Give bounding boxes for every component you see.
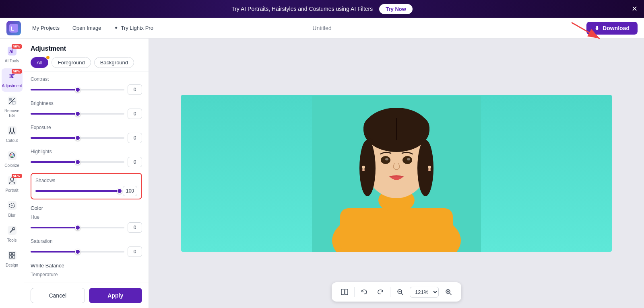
highlights-value: 0 (128, 157, 142, 167)
shadows-value: 100 (123, 186, 137, 196)
brightness-track[interactable] (31, 113, 124, 115)
temperature-label: Temperature (31, 272, 142, 277)
logo: L (6, 21, 21, 35)
svg-rect-13 (8, 126, 17, 135)
contrast-label: Contrast (31, 76, 142, 82)
zoom-select[interactable]: 50% 75% 100% 121% 150% 200% (410, 287, 439, 298)
highlights-slider-container: 0 (31, 157, 142, 167)
remove-bg-label: Remove BG (3, 109, 21, 118)
sidebar-item-adjustment[interactable]: NEW Adjustment (2, 68, 23, 92)
svg-text:L: L (11, 25, 14, 32)
brightness-slider-container: 0 (31, 109, 142, 119)
svg-rect-51 (345, 289, 348, 295)
svg-point-18 (11, 156, 13, 157)
banner-text: Try AI Portraits, Hairstyles and Costume… (231, 6, 373, 12)
split-view-button[interactable] (338, 285, 351, 298)
ai-tools-label: AI Tools (5, 59, 19, 64)
shadows-slider-container: 100 (35, 186, 137, 196)
cancel-button[interactable]: Cancel (31, 288, 85, 303)
design-label: Design (6, 263, 18, 268)
sidebar-item-colorize[interactable]: Colorize (2, 148, 23, 171)
sidebar-item-tools[interactable]: Tools (2, 223, 23, 246)
header-nav: My Projects Open Image ✦ Try Lightx Pro (27, 23, 158, 33)
highlights-label: Highlights (31, 149, 142, 154)
shadows-section: Shadows 100 (31, 173, 142, 199)
sidebar-item-ai-tools[interactable]: NEW ai AI Tools (2, 43, 23, 67)
saturation-track[interactable] (31, 251, 124, 253)
panel-header: Adjustment All Foreground Background (24, 39, 149, 72)
svg-point-42 (381, 156, 390, 164)
sidebar-icons: NEW ai AI Tools NEW Adjustment Remove BG (0, 39, 24, 308)
svg-point-7 (12, 74, 14, 76)
sidebar-item-blur[interactable]: Blur (2, 198, 23, 221)
open-image-link[interactable]: Open Image (68, 23, 106, 33)
svg-point-39 (417, 140, 433, 196)
contrast-row: Contrast 0 (31, 76, 142, 95)
try-pro-link[interactable]: ✦ Try Lightx Pro (109, 23, 158, 33)
contrast-track[interactable] (31, 89, 124, 90)
try-now-button[interactable]: Try Now (379, 4, 413, 14)
cutout-label: Cutout (6, 138, 18, 143)
tab-background[interactable]: Background (94, 57, 134, 68)
sidebar-item-design[interactable]: Design (2, 248, 23, 271)
blur-label: Blur (8, 213, 16, 218)
white-balance-label: White Balance (31, 263, 142, 269)
highlights-row: Highlights 0 (31, 149, 142, 167)
hue-slider-container: 0 (31, 222, 142, 233)
highlights-track[interactable] (31, 161, 124, 163)
saturation-row: Saturation 0 (31, 238, 142, 257)
shadows-track[interactable] (35, 190, 120, 192)
tab-all[interactable]: All (31, 57, 48, 68)
zoom-out-button[interactable] (394, 285, 407, 298)
svg-point-38 (359, 140, 376, 196)
zoom-in-button[interactable] (442, 285, 455, 298)
main-layout: NEW ai AI Tools NEW Adjustment Remove BG (0, 39, 644, 308)
brightness-row: Brightness 0 (31, 101, 142, 119)
svg-point-43 (402, 156, 412, 164)
adjustment-panel: Adjustment All Foreground Background Con… (24, 39, 149, 308)
svg-point-16 (10, 154, 12, 156)
remove-bg-icon (8, 97, 17, 107)
new-badge-portrait: NEW (12, 174, 22, 178)
saturation-slider-container: 0 (31, 246, 142, 257)
my-projects-link[interactable]: My Projects (27, 23, 64, 33)
tab-group: All Foreground Background (31, 57, 142, 68)
colorize-label: Colorize (4, 163, 19, 168)
svg-point-44 (385, 158, 388, 160)
document-title: Untitled (312, 25, 331, 31)
sidebar-item-cutout[interactable]: Cutout (2, 123, 23, 146)
svg-point-9 (12, 76, 13, 78)
panel-body: Contrast 0 Brightness 0 (24, 72, 149, 283)
close-banner-button[interactable]: ✕ (632, 4, 638, 13)
svg-line-54 (401, 293, 403, 295)
tab-foreground[interactable]: Foreground (52, 57, 91, 68)
toolbar-divider-2 (390, 287, 390, 297)
bottom-toolbar: 50% 75% 100% 121% 150% 200% (332, 282, 461, 302)
blur-icon (8, 201, 17, 212)
svg-point-48 (362, 169, 365, 171)
portrait-label: Portrait (5, 188, 18, 193)
canvas-area: 50% 75% 100% 121% 150% 200% (149, 39, 644, 308)
svg-point-17 (12, 154, 14, 156)
exposure-track[interactable] (31, 137, 124, 139)
exposure-value: 0 (128, 133, 142, 143)
redo-button[interactable] (374, 285, 387, 298)
adjustment-label: Adjustment (2, 84, 22, 88)
hue-label: Hue (31, 214, 142, 220)
tools-label: Tools (7, 238, 17, 243)
contrast-slider-container: 0 (31, 84, 142, 95)
canvas-image (181, 95, 612, 252)
hue-track[interactable] (31, 227, 124, 228)
header: L My Projects Open Image ✦ Try Lightx Pr… (0, 18, 644, 39)
svg-text:ai: ai (9, 48, 13, 54)
sidebar-item-portrait[interactable]: NEW Portrait (2, 173, 23, 196)
undo-button[interactable] (358, 285, 371, 298)
download-button[interactable]: ⬇ Download (586, 22, 638, 35)
hue-value: 0 (128, 222, 142, 233)
brightness-value: 0 (128, 109, 142, 119)
shadows-label: Shadows (35, 178, 137, 183)
hue-row: Hue 0 (31, 214, 142, 233)
top-banner: Try AI Portraits, Hairstyles and Costume… (0, 0, 644, 18)
apply-button[interactable]: Apply (89, 288, 142, 303)
sidebar-item-remove-bg[interactable]: Remove BG (2, 93, 23, 121)
